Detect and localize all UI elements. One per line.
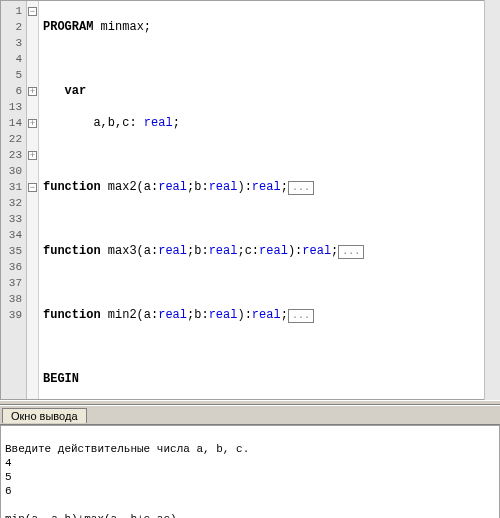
fold-column: − + + + − — [27, 1, 39, 399]
fold-toggle[interactable]: − — [27, 3, 38, 19]
fold-toggle[interactable]: + — [27, 147, 38, 163]
output-header: Окно вывода — [0, 405, 500, 425]
output-tab[interactable]: Окно вывода — [2, 408, 87, 423]
line-number-gutter: 1 2 3 4 5 6 13 14 22 23 30 31 32 33 34 3… — [1, 1, 27, 399]
code-area[interactable]: PROGRAM minmax; var a,b,c: real; functio… — [39, 1, 499, 399]
fold-toggle[interactable]: + — [27, 83, 38, 99]
output-console[interactable]: Введите действительные числа a, b, c. 4 … — [0, 425, 500, 518]
vertical-scrollbar[interactable] — [484, 0, 500, 400]
fold-toggle[interactable]: − — [27, 179, 38, 195]
fold-toggle[interactable]: + — [27, 115, 38, 131]
collapsed-region[interactable]: ... — [288, 309, 314, 323]
collapsed-region[interactable]: ... — [338, 245, 364, 259]
collapsed-region[interactable]: ... — [288, 181, 314, 195]
code-editor-pane: 1 2 3 4 5 6 13 14 22 23 30 31 32 33 34 3… — [0, 0, 500, 400]
